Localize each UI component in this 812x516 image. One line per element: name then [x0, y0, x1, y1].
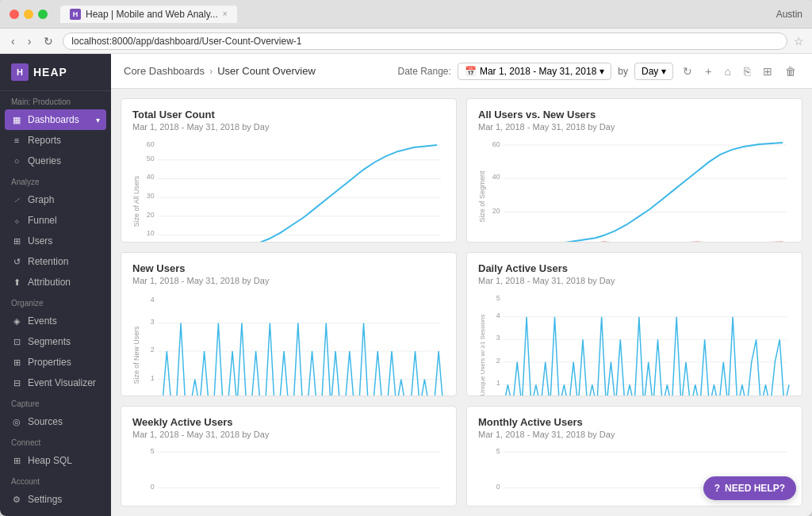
sidebar-item-events[interactable]: ◈ Events	[0, 311, 111, 331]
svg-text:5: 5	[496, 447, 500, 455]
chart-subtitle: Mar 1, 2018 - May 31, 2018 by Day	[478, 276, 791, 285]
chart-area: Size of Segment 0 20 40 60	[478, 138, 791, 243]
date-range-selector[interactable]: 📅 Mar 1, 2018 - May 31, 2018 ▾	[458, 63, 611, 80]
svg-text:Size of Segment: Size of Segment	[478, 170, 486, 223]
retention-icon: ↺	[11, 257, 22, 267]
sidebar-item-retention[interactable]: ↺ Retention	[0, 251, 111, 272]
sidebar-item-properties[interactable]: ⊞ Properties	[0, 352, 111, 373]
sidebar-item-label: Properties	[28, 357, 71, 368]
add-icon-button[interactable]: +	[702, 62, 714, 81]
chart-svg: Size of All Users 0 10 20 30 40 50 60	[132, 138, 445, 243]
browser-window: H Heap | Mobile and Web Analy... × Austi…	[0, 0, 812, 516]
sidebar-item-label: Users	[28, 235, 52, 247]
day-selector[interactable]: Day ▾	[634, 63, 673, 80]
svg-text:5: 5	[151, 447, 155, 455]
user-label: Austin	[776, 9, 802, 20]
heap-logo-text: HEAP	[33, 66, 67, 78]
sidebar-item-label: Settings	[28, 494, 62, 505]
close-button[interactable]	[10, 10, 19, 19]
sidebar-item-updates[interactable]: ⊞ Updates	[0, 510, 111, 516]
sidebar-item-settings[interactable]: ⚙ Settings	[0, 489, 111, 510]
sidebar-section-organize: Organize	[0, 292, 111, 311]
chart-svg: Size of New Users 0 1 2 3 4	[132, 292, 445, 396]
svg-text:4: 4	[151, 296, 155, 304]
sidebar-item-queries[interactable]: ○ Queries	[0, 151, 111, 171]
graph-icon: ⟋	[11, 195, 22, 204]
sidebar-item-dashboards[interactable]: ▦ Dashboards ▾	[5, 109, 106, 130]
need-help-label: NEED HELP?	[725, 483, 785, 494]
app-layout: H HEAP Main: Production ▦ Dashboards ▾ ≡…	[0, 54, 812, 516]
tab-favicon: H	[70, 9, 81, 20]
sidebar-item-segments[interactable]: ⊡ Segments	[0, 331, 111, 352]
home-icon-button[interactable]: ⌂	[722, 62, 734, 81]
svg-text:40: 40	[147, 173, 155, 181]
chart-subtitle: Mar 1, 2018 - May 31, 2018 by Day	[478, 122, 791, 132]
sidebar-item-label: Events	[28, 315, 57, 327]
sidebar-item-graph[interactable]: ⟋ Graph	[0, 189, 111, 210]
date-range-label: Date Range:	[398, 66, 451, 77]
dashboards-icon: ▦	[11, 115, 22, 125]
back-button[interactable]: ‹	[8, 33, 18, 49]
browser-tab[interactable]: H Heap | Mobile and Web Analy... ×	[60, 6, 237, 23]
sidebar-section-analyze: Analyze	[0, 171, 111, 189]
browser-toolbar: ‹ › ↻ ☆	[0, 29, 812, 54]
sidebar-section-capture: Capture	[0, 393, 111, 411]
properties-icon: ⊞	[11, 357, 22, 368]
svg-text:3: 3	[496, 334, 500, 342]
sidebar-item-attribution[interactable]: ⬆ Attribution	[0, 272, 111, 292]
need-help-button[interactable]: ? NEED HELP?	[703, 476, 796, 500]
svg-text:5: 5	[496, 294, 500, 302]
svg-text:0: 0	[151, 483, 155, 491]
chart-subtitle: Mar 1, 2018 - May 31, 2018 by Day	[132, 276, 445, 285]
attribution-icon: ⬆	[11, 277, 22, 288]
refresh-button[interactable]: ↻	[40, 33, 56, 49]
forward-button[interactable]: ›	[25, 33, 35, 49]
svg-text:Unique Users w/ ≥1 Sessions: Unique Users w/ ≥1 Sessions	[479, 315, 486, 396]
sidebar-item-label: Retention	[28, 256, 68, 267]
sidebar-section-account: Account	[0, 471, 111, 489]
breadcrumb-current: User Count Overview	[217, 65, 316, 77]
chart-title: All Users vs. New Users	[478, 109, 791, 120]
dashboard-icon-button[interactable]: ⊞	[760, 62, 776, 81]
copy-icon-button[interactable]: ⎘	[741, 62, 753, 81]
events-icon: ◈	[11, 316, 22, 327]
sidebar-item-reports[interactable]: ≡ Reports	[0, 130, 111, 151]
sidebar-item-label: Heap SQL	[28, 455, 72, 466]
sidebar-item-label: Segments	[28, 336, 71, 347]
bookmark-icon[interactable]: ☆	[794, 35, 804, 48]
address-bar[interactable]	[63, 32, 787, 50]
heap-sql-icon: ⊞	[11, 456, 22, 466]
svg-text:4: 4	[496, 312, 500, 319]
sidebar-item-heap-sql[interactable]: ⊞ Heap SQL	[0, 450, 111, 471]
sidebar-item-label: Graph	[28, 194, 54, 205]
sidebar-item-funnel[interactable]: ⬦ Funnel	[0, 210, 111, 231]
svg-text:60: 60	[147, 140, 155, 148]
sidebar-item-event-visualizer[interactable]: ⊟ Event Visualizer	[0, 373, 111, 393]
svg-text:2: 2	[496, 357, 500, 365]
sidebar-item-sources[interactable]: ◎ Sources	[0, 411, 111, 432]
reports-icon: ≡	[11, 136, 22, 145]
chart-area: Unique Users w/ ≥1 Sessions 0 1 2 3 4 5	[478, 292, 791, 396]
svg-text:30: 30	[147, 192, 155, 200]
delete-icon-button[interactable]: 🗑	[782, 62, 799, 81]
event-visualizer-icon: ⊟	[11, 378, 22, 388]
minimize-button[interactable]	[24, 10, 33, 19]
expand-icon: ▾	[96, 116, 100, 124]
refresh-icon-button[interactable]: ↻	[680, 62, 695, 81]
settings-icon: ⚙	[11, 495, 22, 505]
sidebar-item-label: Event Visualizer	[28, 377, 96, 388]
chart-title: Daily Active Users	[478, 262, 791, 274]
tab-close-icon[interactable]: ×	[223, 10, 228, 18]
tab-title: Heap | Mobile and Web Analy...	[86, 9, 218, 20]
breadcrumb: Core Dashboards › User Count Overview	[124, 65, 316, 77]
maximize-button[interactable]	[38, 10, 48, 19]
sidebar-item-users[interactable]: ⊞ Users	[0, 231, 111, 251]
chart-area: Size of New Users 0 1 2 3 4	[132, 292, 445, 396]
heap-logo-letter: H	[17, 67, 23, 77]
chart-title: New Users	[132, 262, 445, 274]
funnel-icon: ⬦	[11, 216, 22, 225]
breadcrumb-separator: ›	[209, 65, 213, 77]
sidebar-item-label: Reports	[28, 135, 61, 146]
by-label: by	[618, 66, 628, 77]
breadcrumb-parent[interactable]: Core Dashboards	[124, 65, 205, 77]
